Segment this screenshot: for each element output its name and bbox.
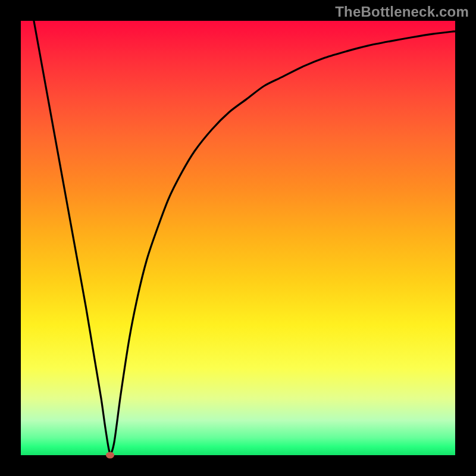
gradient-plot-area [21,21,455,455]
bottleneck-curve [21,21,455,455]
optimal-point-marker [106,452,114,459]
watermark-text: TheBottleneck.com [335,4,469,20]
chart-frame: TheBottleneck.com [0,0,476,476]
